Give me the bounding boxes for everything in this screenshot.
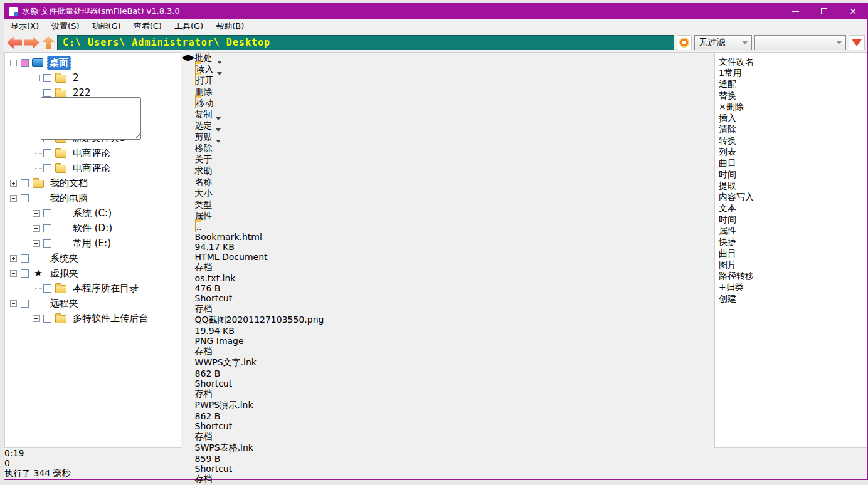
checkbox[interactable] bbox=[43, 315, 51, 323]
file-row[interactable]: SWPS表格.lnk859 BShortcut存档 bbox=[195, 442, 714, 485]
sidebar-item-create[interactable]: 创建 bbox=[719, 293, 854, 305]
checkbox[interactable] bbox=[21, 194, 29, 202]
checkbox[interactable] bbox=[21, 300, 29, 308]
sidebar-item-insert[interactable]: 插入 bbox=[719, 113, 854, 124]
sidebar-item-track[interactable]: 曲目 bbox=[719, 158, 854, 169]
menu-settings[interactable]: 设置(S) bbox=[45, 19, 85, 33]
move-button[interactable]: 移动 bbox=[195, 98, 714, 109]
sidebar-item-list[interactable]: 列表 bbox=[719, 147, 854, 158]
collapse-icon[interactable] bbox=[10, 270, 17, 277]
file-row[interactable]: .. bbox=[195, 222, 714, 232]
sidebar-item-time2[interactable]: 时间 bbox=[719, 214, 854, 226]
up-arrow-icon[interactable] bbox=[42, 36, 55, 49]
checkbox[interactable] bbox=[43, 164, 51, 172]
tree-item-computer[interactable]: 我的电脑 bbox=[5, 190, 181, 206]
checkbox[interactable] bbox=[43, 209, 51, 217]
expand-icon[interactable] bbox=[10, 180, 17, 187]
menu-functions[interactable]: 功能(G) bbox=[85, 19, 127, 33]
new-name-textarea[interactable] bbox=[41, 97, 141, 140]
delete-button[interactable]: 删除 bbox=[195, 86, 714, 98]
expand-icon[interactable] bbox=[33, 210, 40, 217]
expand-icon[interactable] bbox=[33, 75, 40, 81]
minimize-button[interactable] bbox=[781, 3, 810, 19]
checkbox[interactable] bbox=[21, 59, 29, 67]
sidebar-item-convert[interactable]: 转换 bbox=[719, 135, 854, 147]
checkbox[interactable] bbox=[43, 224, 51, 232]
select-button[interactable]: 选定 bbox=[195, 120, 714, 132]
menu-view[interactable]: 查看(C) bbox=[127, 19, 168, 33]
sidebar-header-rename[interactable]: 文件改名 bbox=[719, 56, 854, 68]
sidebar-item-wildcard[interactable]: 通配 bbox=[719, 79, 854, 90]
sidebar-header-path-transfer[interactable]: 路径转移 bbox=[719, 271, 854, 282]
sidebar-item-common[interactable]: 1常用 bbox=[719, 68, 854, 79]
tree-item-folder[interactable]: 2 bbox=[5, 70, 181, 85]
tree-item-folder[interactable]: 电商评论 bbox=[5, 160, 181, 175]
maximize-button[interactable] bbox=[810, 3, 839, 19]
sidebar-item-classify[interactable]: +归类 bbox=[719, 282, 854, 293]
column-header-type[interactable]: 类型 bbox=[195, 199, 714, 211]
checkbox[interactable] bbox=[21, 254, 29, 263]
tree-item-remote-folders[interactable]: 远程夹 bbox=[5, 296, 181, 311]
batch-button[interactable]: 批处 bbox=[195, 53, 714, 64]
sidebar-item-track2[interactable]: 曲目 bbox=[719, 248, 854, 259]
locate-button[interactable] bbox=[677, 35, 692, 50]
sidebar-item-time[interactable]: 时间 bbox=[719, 169, 854, 180]
tree-item-folder[interactable]: 电商评论 bbox=[5, 145, 181, 160]
column-header-size[interactable]: 大小 bbox=[195, 188, 714, 199]
expand-icon[interactable] bbox=[33, 225, 40, 232]
file-row[interactable]: WWPS文字.lnk862 BShortcut存档 bbox=[195, 357, 714, 400]
collapse-icon[interactable] bbox=[10, 300, 17, 307]
tree-item-program-dir[interactable]: 本程序所在目录 bbox=[5, 281, 181, 296]
checkbox[interactable] bbox=[43, 89, 51, 97]
help-button[interactable]: 求助 bbox=[195, 165, 714, 177]
sidebar-item-attributes[interactable]: 属性 bbox=[719, 226, 854, 237]
clipboard-button[interactable]: 剪贴 bbox=[195, 132, 714, 143]
checkbox[interactable] bbox=[43, 149, 51, 157]
column-header-attr[interactable]: 属性 bbox=[195, 211, 714, 222]
copy-button[interactable]: 复制 bbox=[195, 109, 714, 120]
collapse-icon[interactable] bbox=[10, 60, 17, 66]
tree-item-documents[interactable]: 我的文档 bbox=[5, 175, 181, 190]
menu-help[interactable]: 帮助(B) bbox=[209, 19, 250, 33]
tree-item-upload-site[interactable]: 多特软件上传后台 bbox=[5, 311, 181, 326]
file-row[interactable]: QQ截图20201127103550.png19.94 KBPNG Image存… bbox=[195, 315, 714, 357]
tree-item-drive-c[interactable]: 系统 (C:) bbox=[5, 206, 181, 221]
filter-combo[interactable]: 无过滤 bbox=[694, 35, 752, 50]
sidebar-item-clear[interactable]: 清除 bbox=[719, 124, 854, 135]
filter-apply-button[interactable] bbox=[849, 35, 865, 50]
file-row[interactable]: PWPS演示.lnk862 BShortcut存档 bbox=[195, 400, 714, 442]
back-arrow-icon[interactable] bbox=[7, 36, 22, 49]
checkbox[interactable] bbox=[21, 269, 29, 278]
checkbox[interactable] bbox=[43, 74, 51, 82]
collapse-icon[interactable] bbox=[10, 195, 17, 202]
tree-item-drive-e[interactable]: 常用 (E:) bbox=[5, 236, 181, 251]
sidebar-item-picture[interactable]: 图片 bbox=[719, 259, 854, 271]
search-combo[interactable] bbox=[754, 35, 846, 50]
column-header-name[interactable]: 名称 bbox=[195, 177, 714, 188]
remove-button[interactable]: 移除 bbox=[195, 143, 714, 154]
checkbox[interactable] bbox=[43, 284, 51, 293]
read-in-button[interactable]: 读入 bbox=[195, 64, 714, 75]
sidebar-header-content-write[interactable]: 内容写入 bbox=[719, 192, 854, 203]
file-row[interactable]: os.txt.lnk476 BShortcut存档 bbox=[195, 273, 714, 315]
sidebar-item-extract[interactable]: 提取 bbox=[719, 180, 854, 192]
sidebar-item-shortcut[interactable]: 快捷 bbox=[719, 237, 854, 248]
expand-icon[interactable] bbox=[10, 255, 17, 262]
tree-item-virtual-folders[interactable]: ★虚拟夹 bbox=[5, 266, 181, 281]
file-row[interactable]: Bookmark.html94.17 KBHTML Document存档 bbox=[195, 232, 714, 273]
menu-display[interactable]: 显示(X) bbox=[4, 19, 45, 33]
tree-item-desktop[interactable]: 桌面 bbox=[5, 55, 181, 70]
about-button[interactable]: 关于 bbox=[195, 154, 714, 165]
splitter-left-icon[interactable]: ◀ bbox=[181, 52, 188, 448]
open-button[interactable]: 打开 bbox=[195, 75, 714, 86]
close-button[interactable]: ✕ bbox=[839, 3, 867, 19]
expand-icon[interactable] bbox=[33, 315, 40, 322]
menu-tools[interactable]: 工具(G) bbox=[168, 19, 209, 33]
splitter-right-icon[interactable]: ▶ bbox=[188, 52, 195, 448]
tree-item-system-folders[interactable]: 系统夹 bbox=[5, 251, 181, 266]
expand-icon[interactable] bbox=[33, 240, 40, 247]
checkbox[interactable] bbox=[21, 179, 29, 187]
sidebar-item-replace[interactable]: 替换 bbox=[719, 90, 854, 102]
tree-item-drive-d[interactable]: 软件 (D:) bbox=[5, 221, 181, 236]
sidebar-item-delete[interactable]: ×删除 bbox=[719, 102, 854, 113]
